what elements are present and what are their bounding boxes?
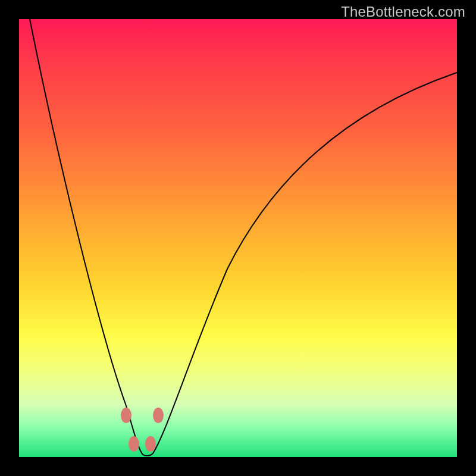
node-left-upper: [121, 408, 131, 423]
plot-area: [19, 19, 457, 457]
watermark-text: TheBottleneck.com: [341, 4, 465, 20]
node-right-upper: [153, 408, 164, 423]
bottleneck-curve: [30, 19, 457, 456]
curve-svg: [19, 19, 457, 457]
node-right-lower: [145, 436, 156, 452]
node-left-lower: [129, 436, 139, 452]
chart-frame: TheBottleneck.com: [0, 0, 476, 476]
